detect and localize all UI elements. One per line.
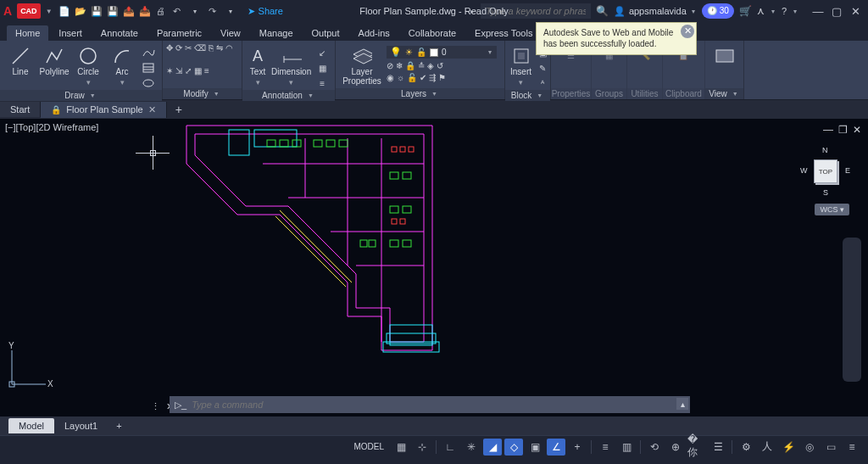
explode-icon[interactable]: ✶ — [166, 66, 173, 75]
hardware-accel-icon[interactable]: ⚡ — [779, 439, 798, 456]
close-tab-icon[interactable]: ✕ — [148, 104, 156, 115]
arc-button[interactable]: Arc ▾ — [107, 44, 137, 87]
hatch-icon[interactable] — [141, 61, 156, 75]
isolate-icon[interactable]: ◎ — [800, 439, 819, 456]
anno-scale-icon[interactable]: 人 — [758, 439, 776, 456]
caret-down-icon[interactable]: ▾ — [793, 8, 797, 15]
layer-state-row[interactable]: 💡 ☀ 🔓 0 ▾ — [387, 46, 497, 59]
tab-annotate[interactable]: Annotate — [92, 25, 147, 41]
command-input[interactable] — [192, 400, 685, 410]
insert-button[interactable]: Insert ▾ — [510, 44, 531, 87]
dyn-input-icon[interactable]: + — [568, 439, 587, 456]
vp-minimize-icon[interactable]: — — [823, 124, 833, 136]
add-layout-button[interactable]: + — [108, 418, 130, 433]
viewport-label[interactable]: [−][Top][2D Wireframe] — [5, 122, 98, 132]
customize-status-icon[interactable]: ≡ — [843, 439, 861, 456]
clean-screen-icon[interactable]: ▭ — [821, 439, 840, 456]
tab-expresstools[interactable]: Express Tools — [466, 25, 541, 41]
selection-cycling-icon[interactable]: ⟲ — [645, 439, 664, 456]
caret-down-icon[interactable]: ▼ — [46, 8, 53, 15]
units-icon[interactable]: �你 — [687, 439, 706, 456]
layer-make-current-icon[interactable]: ✔ — [420, 73, 426, 82]
cmd-menu-icon[interactable]: ⋮ — [149, 400, 161, 412]
maximize-button[interactable]: ▢ — [829, 3, 844, 19]
move-icon[interactable]: ✥ — [166, 43, 173, 53]
layer-lock-icon[interactable]: 🔒 — [405, 61, 415, 70]
layer-on-icon[interactable]: ◉ — [387, 73, 394, 82]
share-button[interactable]: ➤ Share — [248, 6, 283, 17]
ortho-icon[interactable]: ∟ — [441, 439, 459, 456]
layout-tab-layout1[interactable]: Layout1 — [54, 418, 108, 433]
open-icon[interactable]: 📂 — [74, 4, 87, 18]
plot-icon[interactable]: 🖨 — [154, 4, 168, 18]
panel-label-draw[interactable]: Draw▼ — [0, 90, 162, 101]
grid-icon[interactable]: ▦ — [392, 439, 410, 456]
autodesk-app-icon[interactable]: ⋏ — [757, 5, 765, 17]
view-button[interactable] — [710, 44, 738, 66]
array-icon[interactable]: ▦ — [194, 66, 202, 75]
tab-output[interactable]: Output — [303, 25, 348, 41]
tab-view[interactable]: View — [212, 25, 249, 41]
tab-insert[interactable]: Insert — [50, 25, 91, 41]
command-history-icon[interactable]: ▴ — [676, 398, 688, 410]
osnap-icon[interactable]: ◇ — [504, 439, 523, 456]
dimension-button[interactable]: Dimension ▾ — [271, 44, 311, 87]
tab-manage[interactable]: Manage — [251, 25, 302, 41]
layer-freeze-icon[interactable]: ❄ — [396, 61, 403, 70]
tab-collaborate[interactable]: Collaborate — [400, 25, 465, 41]
tooltip-close-icon[interactable]: ✕ — [681, 25, 694, 38]
layer-match-icon[interactable]: ≛ — [418, 61, 425, 70]
navigation-bar[interactable] — [843, 238, 861, 382]
leader-icon[interactable]: ↙ — [314, 46, 330, 59]
layer-walk-icon[interactable]: ⇶ — [429, 73, 436, 82]
panel-label-modify[interactable]: Modify▼ — [163, 88, 242, 99]
vp-close-icon[interactable]: ✕ — [853, 124, 861, 136]
layer-unlock-icon[interactable]: 🔓 — [407, 73, 417, 82]
panel-label-annotation[interactable]: Annotation▼ — [242, 90, 335, 101]
trim-icon[interactable]: ✂ — [185, 43, 192, 53]
circle-button[interactable]: Circle ▾ — [73, 44, 103, 87]
tab-home[interactable]: Home — [7, 25, 48, 41]
app-menu-button[interactable]: A — [3, 4, 12, 18]
panel-label-block[interactable]: Block▼ — [505, 90, 550, 101]
isodraft-icon[interactable]: ◢ — [483, 439, 502, 456]
text-button[interactable]: A Text ▾ — [248, 44, 268, 87]
caret-down-icon[interactable]: ▾ — [771, 8, 775, 15]
annotation-monitor-icon[interactable]: ⊕ — [666, 439, 685, 456]
new-file-tab-button[interactable]: + — [167, 100, 191, 119]
undo-icon[interactable]: ↶ — [170, 4, 184, 18]
otrack-icon[interactable]: ∠ — [547, 439, 565, 456]
web-open-icon[interactable]: 📤 — [122, 4, 136, 18]
caret-down-icon[interactable]: ▾ — [224, 4, 237, 18]
layer-properties-button[interactable]: Layer Properties — [341, 44, 383, 86]
line-button[interactable]: Line — [5, 44, 36, 77]
saveas-icon[interactable]: 💾 — [106, 4, 120, 18]
table-icon[interactable]: ▦ — [314, 61, 330, 75]
search-icon[interactable]: 🔍 — [596, 5, 609, 17]
layout-tab-model[interactable]: Model — [8, 418, 54, 433]
file-tab-current[interactable]: 🔒 Floor Plan Sample ✕ — [41, 102, 167, 118]
layer-prev-icon[interactable]: ↺ — [437, 61, 443, 70]
attr-icon[interactable]: ᴬ — [535, 76, 550, 90]
vp-restore-icon[interactable]: ❐ — [838, 124, 848, 136]
mtext-icon[interactable]: ≡ — [314, 76, 330, 90]
copy-icon[interactable]: ⎘ — [209, 43, 214, 53]
viewcube-face[interactable]: TOP — [814, 159, 837, 183]
rotate-icon[interactable]: ⟳ — [175, 43, 182, 53]
redo-icon[interactable]: ↷ — [206, 4, 220, 18]
panel-label-layers[interactable]: Layers▼ — [336, 88, 504, 99]
panel-label-view[interactable]: View▼ — [705, 88, 743, 99]
layer-state-icon[interactable]: ⚑ — [438, 73, 446, 82]
wcs-indicator[interactable]: WCS ▾ — [815, 204, 849, 215]
offset-icon[interactable]: ≡ — [204, 66, 209, 75]
caret-down-icon[interactable]: ▾ — [188, 4, 202, 18]
close-button[interactable]: ✕ — [848, 3, 863, 19]
quickprops-icon[interactable]: ☰ — [709, 439, 727, 456]
help-icon[interactable]: ? — [782, 6, 787, 16]
3dosnap-icon[interactable]: ▣ — [526, 439, 544, 456]
tab-parametric[interactable]: Parametric — [148, 25, 210, 41]
tab-addins[interactable]: Add-ins — [350, 25, 398, 41]
ellipse-icon[interactable] — [141, 76, 156, 90]
spline-icon[interactable] — [141, 46, 156, 59]
minimize-button[interactable]: — — [810, 3, 826, 19]
